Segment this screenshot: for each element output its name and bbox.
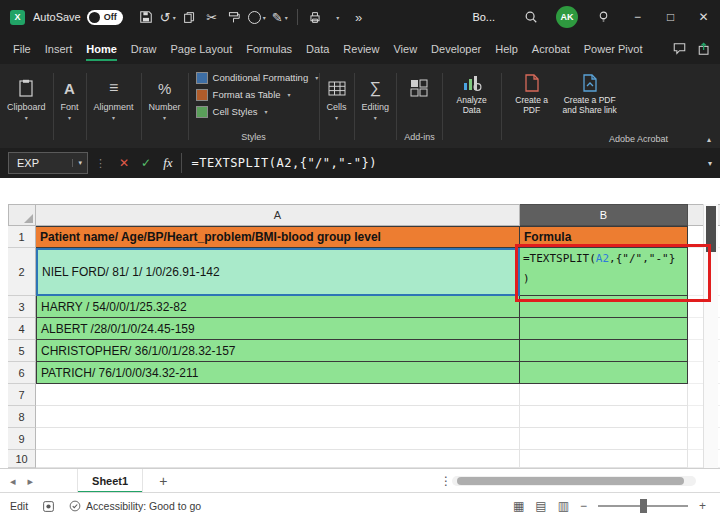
expand-formula-bar-icon[interactable]: ▾ bbox=[708, 159, 712, 168]
sheet-nav-right-icon[interactable]: ▸ bbox=[28, 475, 34, 488]
copy-icon[interactable] bbox=[182, 5, 198, 29]
row-header-9[interactable]: 9 bbox=[8, 428, 36, 450]
maximize-button[interactable]: □ bbox=[654, 0, 687, 34]
cancel-icon[interactable]: ✕ bbox=[119, 156, 129, 170]
row-header-7[interactable]: 7 bbox=[8, 384, 36, 406]
tab-home[interactable]: Home bbox=[79, 34, 124, 64]
draw-circle-icon[interactable]: ▾ bbox=[248, 5, 266, 29]
cell-A2[interactable]: NIEL FORD/ 81/ 1/ 1/0/26.91-142 bbox=[36, 248, 520, 296]
close-button[interactable]: ✕ bbox=[687, 0, 720, 34]
cut-icon[interactable]: ✂ bbox=[204, 5, 220, 29]
tab-draw[interactable]: Draw bbox=[124, 34, 164, 64]
sheetbar-dots-icon[interactable]: ⋮ bbox=[440, 474, 452, 488]
accessibility-status[interactable]: Accessibility: Good to go bbox=[69, 500, 201, 512]
tab-formulas[interactable]: Formulas bbox=[239, 34, 299, 64]
cell-A7[interactable] bbox=[36, 384, 520, 406]
row-header-10[interactable]: 10 bbox=[8, 450, 36, 468]
enter-icon[interactable]: ✓ bbox=[141, 156, 151, 170]
zoom-slider-thumb[interactable] bbox=[640, 499, 647, 513]
row-header-2[interactable]: 2 bbox=[8, 248, 36, 296]
share-icon[interactable] bbox=[697, 42, 712, 56]
printer-icon[interactable] bbox=[307, 5, 323, 29]
name-box-caret-icon[interactable]: ▾ bbox=[72, 159, 87, 167]
cell-styles-button[interactable]: Cell Styles ▾ bbox=[196, 103, 268, 120]
save-icon[interactable] bbox=[138, 5, 154, 29]
row-header-5[interactable]: 5 bbox=[8, 340, 36, 362]
macro-record-icon[interactable] bbox=[42, 500, 55, 513]
create-pdf-share-button[interactable]: Create a PDF and Share link bbox=[559, 74, 621, 115]
cell-A4[interactable]: ALBERT /28/0/1/0/24.45-159 bbox=[36, 318, 520, 340]
page-layout-view-icon[interactable]: ▤ bbox=[535, 499, 546, 513]
tab-data[interactable]: Data bbox=[299, 34, 336, 64]
create-pdf-button[interactable]: Create a PDF bbox=[509, 74, 555, 115]
autosave-toggle[interactable]: AutoSave Off bbox=[33, 10, 123, 25]
format-painter-icon[interactable] bbox=[226, 5, 242, 29]
vertical-scrollbar-thumb[interactable] bbox=[706, 206, 716, 252]
select-all-corner[interactable] bbox=[8, 204, 36, 226]
row-header-3[interactable]: 3 bbox=[8, 296, 36, 318]
group-alignment[interactable]: ≡ Alignment ▾ bbox=[89, 67, 139, 146]
tab-help[interactable]: Help bbox=[488, 34, 525, 64]
cell-A3[interactable]: HARRY / 54/0/0/1/25.32-82 bbox=[36, 296, 520, 318]
tab-page-layout[interactable]: Page Layout bbox=[163, 34, 239, 64]
column-header-A[interactable]: A bbox=[36, 204, 520, 226]
cell-A8[interactable] bbox=[36, 406, 520, 428]
overflow-icon[interactable]: » bbox=[351, 5, 367, 29]
cell-B8[interactable] bbox=[520, 406, 688, 428]
cell-A1[interactable]: Patient name/ Age/BP/Heart_problem/BMI-b… bbox=[36, 226, 520, 248]
cell-A5[interactable]: CHRISTOPHER/ 36/1/0/1/28.32-157 bbox=[36, 340, 520, 362]
tab-developer[interactable]: Developer bbox=[424, 34, 488, 64]
group-cells[interactable]: Cells ▾ bbox=[322, 67, 352, 146]
add-sheet-icon[interactable]: + bbox=[159, 473, 167, 489]
analyze-data-button[interactable]: Analyze Data bbox=[450, 74, 494, 115]
cell-B3[interactable] bbox=[520, 296, 688, 318]
tab-view[interactable]: View bbox=[386, 34, 424, 64]
horizontal-scrollbar[interactable] bbox=[452, 476, 696, 486]
group-clipboard[interactable]: Clipboard ▾ bbox=[2, 67, 51, 146]
zoom-slider[interactable] bbox=[598, 505, 688, 507]
autosave-switch[interactable]: Off bbox=[87, 10, 123, 25]
sheet-nav-left-icon[interactable]: ◂ bbox=[10, 475, 16, 488]
group-number[interactable]: % Number ▾ bbox=[144, 67, 186, 146]
cell-B5[interactable] bbox=[520, 340, 688, 362]
cell-B9[interactable] bbox=[520, 428, 688, 450]
tab-acrobat[interactable]: Acrobat bbox=[525, 34, 577, 64]
tab-review[interactable]: Review bbox=[336, 34, 386, 64]
minimize-button[interactable]: − bbox=[621, 0, 654, 34]
name-box[interactable]: EXP ▾ bbox=[8, 152, 88, 174]
horizontal-scrollbar-thumb[interactable] bbox=[457, 477, 684, 485]
normal-view-icon[interactable]: ▦ bbox=[513, 499, 524, 513]
cell-B6[interactable] bbox=[520, 362, 688, 384]
zoom-in-icon[interactable]: + bbox=[699, 499, 706, 513]
sheet-tab-sheet1[interactable]: Sheet1 bbox=[77, 469, 143, 493]
lightbulb-icon[interactable] bbox=[595, 5, 611, 29]
row-header-6[interactable]: 6 bbox=[8, 362, 36, 384]
conditional-formatting-button[interactable]: Conditional Formatting ▾ bbox=[196, 69, 319, 86]
row-header-1[interactable]: 1 bbox=[8, 226, 36, 248]
quick-access-caret-icon[interactable]: ▾ bbox=[329, 5, 345, 29]
avatar[interactable]: AK bbox=[556, 6, 578, 28]
column-header-B[interactable]: B bbox=[520, 204, 688, 226]
vertical-scrollbar[interactable] bbox=[703, 204, 718, 468]
cell-A6[interactable]: PATRICH/ 76/1/0/0/34.32-211 bbox=[36, 362, 520, 384]
comments-icon[interactable] bbox=[672, 42, 687, 56]
tab-file[interactable]: File bbox=[6, 34, 38, 64]
cell-B4[interactable] bbox=[520, 318, 688, 340]
pen-icon[interactable]: ✎▾ bbox=[272, 5, 288, 29]
cell-B10[interactable] bbox=[520, 450, 688, 468]
undo-icon[interactable]: ↺▾ bbox=[160, 5, 176, 29]
tab-insert[interactable]: Insert bbox=[38, 34, 80, 64]
page-break-view-icon[interactable]: ▥ bbox=[558, 499, 569, 513]
collapse-ribbon-icon[interactable]: ▴ bbox=[707, 135, 711, 144]
formula-bar-handle-icon[interactable]: ⋮ bbox=[95, 157, 106, 170]
insert-function-icon[interactable]: fx bbox=[163, 155, 172, 171]
tab-power-pivot[interactable]: Power Pivot bbox=[577, 34, 650, 64]
search-icon[interactable] bbox=[523, 5, 539, 29]
group-analyze-data[interactable]: Analyze Data bbox=[445, 67, 499, 146]
cell-A9[interactable] bbox=[36, 428, 520, 450]
zoom-out-icon[interactable]: − bbox=[580, 499, 587, 513]
cell-B1[interactable]: Formula bbox=[520, 226, 688, 248]
cell-B2[interactable]: =TEXTSPLIT(A2,{"/","-"}) bbox=[520, 248, 688, 296]
row-header-8[interactable]: 8 bbox=[8, 406, 36, 428]
row-header-4[interactable]: 4 bbox=[8, 318, 36, 340]
